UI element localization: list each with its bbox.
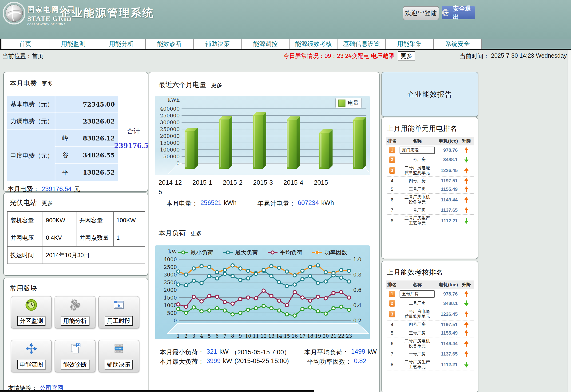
svg-text:0: 0 (173, 318, 177, 323)
table-row: 4四号厂房1197.51 (386, 320, 474, 329)
consumption-value: 978.76 (436, 147, 460, 153)
tab-用能采集[interactable]: 用能采集 (386, 39, 434, 49)
svg-text:16: 16 (292, 333, 298, 339)
tab-系统安全[interactable]: 系统安全 (434, 39, 482, 49)
fee-month-value: 239176.54 (42, 185, 72, 193)
svg-text:ITEM A: ITEM A (116, 345, 121, 346)
load-title-text: 本月负荷 (158, 229, 186, 237)
module-button-用能分析[interactable]: 用能分析 (55, 296, 96, 329)
fee-panel: 本月电费更多 基本电费（元）72345.00力调电费（元）23826.02电度电… (3, 72, 148, 192)
flow-arrows-icon (25, 342, 38, 355)
consumption-value: 978.76 (436, 291, 460, 297)
svg-text:250000: 250000 (160, 113, 180, 119)
table-row: 3二号厂房电能 质量监测单元1226.45 (386, 308, 474, 320)
logout-arrow-icon (442, 8, 451, 18)
trend-up-arrow-icon (464, 322, 469, 328)
logout-button[interactable]: 安全退出 (442, 6, 475, 19)
trend-up-arrow-icon (464, 207, 469, 213)
table-row: 8二号厂房生产 工艺单元1112.21 (386, 358, 474, 371)
state-grid-logo (3, 2, 25, 25)
pv-label: 并网电压 (8, 229, 43, 247)
svg-text:ITEM C: ITEM C (116, 351, 121, 352)
pv-more-link[interactable]: 更多 (42, 200, 53, 206)
energy-title-text: 最近六个月电量 (158, 81, 206, 88)
trend-down-arrow-icon (464, 301, 469, 306)
charts-panel: 最近六个月电量更多 kWh400000250000300000250000200… (149, 72, 380, 392)
gears-icon (69, 298, 82, 312)
ranking1-title: 上月用能单元用电排名 (387, 124, 457, 133)
tab-用能分析[interactable]: 用能分析 (97, 39, 145, 49)
max-load-stat: 本月最大负荷：3999kW(2015-05-25 15:00) (160, 357, 289, 366)
module-button-能效诊断[interactable]: 能效诊断 (55, 340, 96, 372)
pv-label: 并网容量 (76, 212, 114, 229)
svg-text:0.2: 0.2 (353, 318, 361, 323)
trend-up-arrow-icon (464, 291, 469, 297)
rank-header-cell: 升降 (460, 138, 472, 144)
unit-name: 一号厂房 (398, 351, 436, 356)
consumption-value: 1137.65 (436, 207, 460, 213)
tab-基础信息设置[interactable]: 基础信息设置 (338, 39, 385, 49)
trend-cell (460, 322, 472, 328)
alert-more-button[interactable]: 更多 (398, 51, 415, 60)
table-row: 5三号厂房1155.49 (386, 329, 474, 337)
svg-text:5: 5 (208, 333, 211, 339)
svg-text:2500: 2500 (164, 279, 177, 285)
trend-cell (460, 178, 472, 184)
energy-report-button[interactable]: 企业能效报告 (382, 72, 478, 117)
main-nav: 首页用能监测用能分析能效诊断辅助决策能源调控能源绩效考核基础信息设置用能采集系统… (1, 39, 482, 49)
module-button-用工时段[interactable]: 用工时段 (98, 296, 139, 329)
fee-sub-label: 峰 (55, 130, 78, 147)
unit-name: 二号厂房电机 设备单元 (398, 339, 436, 348)
fee-more-link[interactable]: 更多 (42, 80, 53, 87)
rank-cell: 5 (386, 187, 398, 192)
year-energy-stat: 年累计电量：607234kWh (257, 199, 334, 208)
energy-more-link[interactable]: 更多 (211, 82, 222, 88)
load-chart-canvas: kW400025003000250020001500100050001.00.8… (155, 246, 370, 339)
tab-首页[interactable]: 首页 (1, 39, 49, 49)
tab-能源调控[interactable]: 能源调控 (242, 39, 289, 49)
module-button-辅助决策[interactable]: ITEM AITEM BITEM C辅助决策 (98, 340, 139, 372)
min-load-stat: 本月最小负荷：321kW（2015-05-15 7:00） (160, 348, 290, 356)
load-more-link[interactable]: 更多 (190, 230, 202, 236)
table-row: 1五号厂房978.76 (386, 289, 474, 299)
module-button-分区监测[interactable]: 分区监测 (11, 296, 52, 329)
tab-用能监测[interactable]: 用能监测 (49, 39, 97, 49)
consumption-value: 3488.1 (436, 301, 460, 306)
tab-能源绩效考核[interactable]: 能源绩效考核 (289, 39, 338, 49)
rank-header-cell: 名称 (398, 282, 436, 288)
energy-unit-ranking-panel: 上月用能单元用电排名 排名名称电耗(tce)升降1厦门宏发978.762二号厂房… (382, 117, 478, 259)
page-title: 企业能源管理系统 (60, 6, 154, 20)
scrollbar[interactable] (567, 50, 571, 392)
svg-text:0: 0 (176, 160, 180, 166)
unit-name-input[interactable]: 五号厂房 (400, 290, 435, 298)
rank-badge: 1 (389, 291, 395, 297)
unit-name: 二号厂房电能 质量监测单元 (398, 309, 436, 319)
module-button-电能流图[interactable]: 电能流图 (11, 340, 52, 372)
unit-name: 三号厂房 (398, 187, 436, 192)
tab-辅助决策[interactable]: 辅助决策 (194, 39, 242, 49)
module-label: 能效诊断 (61, 360, 89, 369)
welcome-button[interactable]: 欢迎***登陆 (403, 6, 439, 20)
svg-text:0.6: 0.6 (353, 287, 361, 293)
svg-text:2: 2 (184, 333, 187, 339)
table-row: 7一号厂房1137.65 (386, 206, 474, 215)
svg-text:8: 8 (231, 333, 234, 339)
modules-panel-title: 常用版块 (10, 284, 37, 293)
unit-name-input[interactable]: 厦门宏发 (400, 146, 435, 154)
rank-badge: 3 (389, 311, 395, 318)
rank-cell: 8 (386, 218, 398, 224)
logo-line-sub: CORPORATION OF CHINA (27, 23, 75, 26)
trend-down-arrow-icon (464, 218, 469, 224)
svg-text:15: 15 (284, 333, 290, 339)
trend-up-arrow-icon (464, 311, 469, 317)
tab-能效诊断[interactable]: 能效诊断 (145, 39, 194, 49)
table-row: 2二号厂房3488.1 (386, 155, 474, 164)
pv-panel-title: 光伏电站更多 (10, 198, 53, 207)
bar-x-labels: 2014-12 2015-1 2015-2 2015-3 2015-4 2015… (158, 178, 368, 197)
consumption-value: 1155.49 (436, 330, 460, 336)
header: 国家电网公司 STATE GRID CORPORATION OF CHINA 企… (0, 0, 571, 39)
unit-name: 二号厂房生产 工艺单元 (398, 216, 436, 226)
unit-name: 四号厂房 (398, 178, 436, 183)
consumption-value: 1226.45 (436, 312, 460, 317)
unit-name: 厦门宏发 (398, 146, 436, 154)
